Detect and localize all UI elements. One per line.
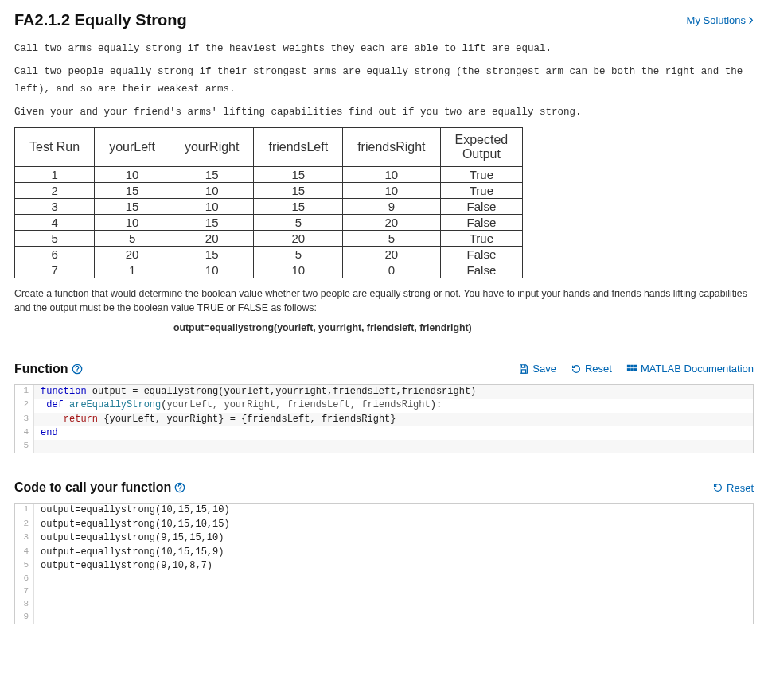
code-line[interactable]: 6	[15, 573, 753, 585]
line-number: 3	[15, 413, 34, 426]
line-number: 4	[15, 426, 34, 440]
line-number: 8	[15, 598, 34, 611]
table-cell: 10	[170, 183, 253, 199]
table-row: 110151510True	[15, 167, 523, 183]
table-cell: 10	[95, 215, 170, 231]
call-editor[interactable]: 1output=equallystrong(10,15,15,10)2outpu…	[14, 503, 754, 624]
table-cell: True	[440, 183, 523, 199]
reset-button[interactable]: Reset	[571, 363, 612, 375]
code-content[interactable]: output=equallystrong(10,15,15,10)	[34, 504, 753, 517]
test-cases-table: Test RunyourLeftyourRightfriendsLeftfrie…	[14, 127, 523, 278]
table-cell: 15	[170, 215, 253, 231]
table-cell: 2	[15, 183, 95, 199]
function-editor[interactable]: 1function output = equallystrong(yourlef…	[14, 384, 754, 454]
code-line[interactable]: 1function output = equallystrong(yourlef…	[15, 385, 753, 399]
code-line[interactable]: 7	[15, 585, 753, 598]
code-content[interactable]: end	[34, 426, 753, 440]
line-number: 2	[15, 518, 34, 531]
code-content[interactable]: output=equallystrong(9,15,15,10)	[34, 531, 753, 545]
table-header: friendsLeft	[254, 128, 343, 167]
table-row: 31510159False	[15, 199, 523, 215]
svg-rect-2	[627, 365, 630, 368]
call-reset-button[interactable]: Reset	[712, 482, 754, 494]
code-line[interactable]: 3 return {yourLeft, yourRight} = {friend…	[15, 413, 753, 426]
table-cell: True	[440, 167, 523, 183]
desc-paragraph-1: Call two arms equally strong if the heav…	[14, 41, 754, 57]
code-content[interactable]	[34, 598, 753, 611]
line-number: 3	[15, 531, 34, 545]
code-line[interactable]: 4output=equallystrong(10,15,15,9)	[15, 546, 753, 559]
code-content[interactable]: output=equallystrong(10,15,10,15)	[34, 518, 753, 531]
call-reset-label: Reset	[727, 482, 754, 494]
table-cell: 0	[343, 262, 440, 278]
table-cell: 5	[254, 247, 343, 262]
table-row: 215101510True	[15, 183, 523, 199]
code-content[interactable]	[34, 585, 753, 598]
line-number: 4	[15, 546, 34, 559]
call-section-title: Code to call your function	[14, 480, 185, 495]
code-line[interactable]: 9	[15, 611, 753, 624]
code-line[interactable]: 1output=equallystrong(10,15,15,10)	[15, 504, 753, 517]
my-solutions-link[interactable]: My Solutions	[687, 14, 754, 26]
help-icon[interactable]	[72, 364, 83, 375]
table-cell: 20	[343, 215, 440, 231]
code-content[interactable]: return {yourLeft, yourRight} = {friendsL…	[34, 413, 753, 426]
code-line[interactable]: 5	[15, 440, 753, 453]
table-cell: False	[440, 247, 523, 262]
table-cell: 15	[170, 247, 253, 262]
table-cell: 3	[15, 199, 95, 215]
line-number: 6	[15, 573, 34, 585]
svg-point-9	[180, 490, 181, 491]
svg-rect-6	[630, 368, 634, 371]
save-icon	[518, 364, 529, 375]
svg-rect-7	[634, 368, 637, 371]
table-cell: False	[440, 215, 523, 231]
code-content[interactable]	[34, 440, 753, 453]
code-content[interactable]	[34, 573, 753, 585]
code-content[interactable]	[34, 611, 753, 624]
matlab-docs-link[interactable]: MATLAB Documentation	[626, 363, 754, 375]
function-section-label: Function	[14, 362, 68, 376]
table-cell: False	[440, 199, 523, 215]
save-button[interactable]: Save	[518, 363, 556, 375]
table-cell: 20	[95, 247, 170, 262]
code-content[interactable]: output=equallystrong(9,10,8,7)	[34, 559, 753, 573]
save-label: Save	[532, 363, 556, 375]
table-header: ExpectedOutput	[440, 128, 523, 167]
svg-rect-5	[627, 368, 630, 371]
table-cell: True	[440, 231, 523, 247]
table-cell: 5	[343, 231, 440, 247]
code-line[interactable]: 5output=equallystrong(9,10,8,7)	[15, 559, 753, 573]
table-cell: 10	[170, 262, 253, 278]
code-line[interactable]: 3output=equallystrong(9,15,15,10)	[15, 531, 753, 545]
code-line[interactable]: 2output=equallystrong(10,15,10,15)	[15, 518, 753, 531]
code-content[interactable]: function output = equallystrong(yourleft…	[34, 385, 753, 399]
page-title: FA2.1.2 Equally Strong	[14, 11, 187, 29]
table-cell: 15	[254, 183, 343, 199]
table-cell: 10	[95, 167, 170, 183]
reset-icon	[571, 364, 582, 375]
code-content[interactable]: def areEquallyStrong(yourLeft, yourRight…	[34, 399, 753, 412]
table-cell: 4	[15, 215, 95, 231]
line-number: 1	[15, 385, 34, 399]
code-line[interactable]: 4end	[15, 426, 753, 440]
table-cell: 5	[95, 231, 170, 247]
table-cell: 20	[170, 231, 253, 247]
table-cell: 15	[254, 167, 343, 183]
table-cell: 5	[15, 231, 95, 247]
line-number: 9	[15, 611, 34, 624]
table-row: 5520205True	[15, 231, 523, 247]
svg-rect-3	[630, 365, 634, 368]
table-header: Test Run	[15, 128, 95, 167]
reset-label: Reset	[585, 363, 612, 375]
code-line[interactable]: 8	[15, 598, 753, 611]
docs-icon	[626, 364, 637, 375]
table-cell: 10	[343, 167, 440, 183]
desc-paragraph-3: Given your and your friend's arms' lifti…	[14, 104, 754, 121]
help-icon[interactable]	[174, 482, 185, 493]
table-row: 7110100False	[15, 262, 523, 278]
table-cell: 10	[343, 183, 440, 199]
code-content[interactable]: output=equallystrong(10,15,15,9)	[34, 546, 753, 559]
code-line[interactable]: 2 def areEquallyStrong(yourLeft, yourRig…	[15, 399, 753, 412]
table-cell: 20	[254, 231, 343, 247]
